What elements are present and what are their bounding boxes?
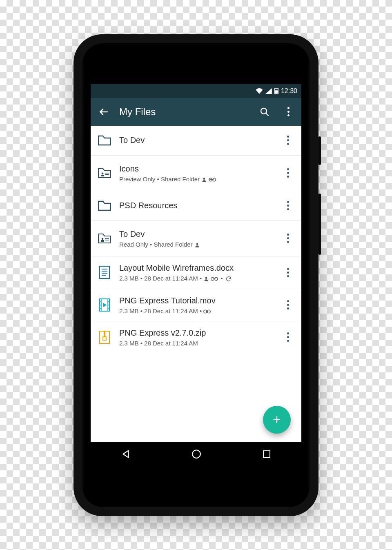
battery-icon bbox=[274, 88, 278, 94]
item-meta: 2.3 MB • 28 Dec at 11:24 AM • • bbox=[119, 275, 274, 282]
item-meta: 2.3 MB • 28 Dec at 11:24 AM • bbox=[119, 307, 274, 314]
sync-icon bbox=[225, 275, 232, 282]
item-name: PSD Resources bbox=[119, 200, 274, 211]
item-name: To Dev bbox=[119, 135, 274, 145]
app-bar: My Files bbox=[91, 98, 301, 126]
list-item[interactable]: Layout Mobile Wireframes.docx 2.3 MB • 2… bbox=[91, 256, 301, 289]
svg-rect-14 bbox=[101, 240, 104, 242]
svg-rect-40 bbox=[104, 331, 105, 337]
svg-point-5 bbox=[102, 172, 104, 174]
video-icon bbox=[98, 298, 111, 312]
folder-icon bbox=[98, 199, 111, 212]
svg-rect-41 bbox=[103, 337, 106, 340]
svg-rect-26 bbox=[213, 278, 216, 279]
link-icon bbox=[211, 275, 218, 282]
item-overflow-button[interactable] bbox=[282, 332, 294, 342]
folder-icon bbox=[98, 134, 111, 147]
list-item[interactable]: To Dev bbox=[91, 126, 301, 156]
screen: 12:30 My Files bbox=[91, 84, 301, 466]
svg-point-9 bbox=[203, 178, 205, 180]
power-button bbox=[318, 136, 321, 165]
person-icon bbox=[194, 241, 200, 248]
archive-icon bbox=[98, 331, 111, 344]
back-button[interactable] bbox=[96, 104, 112, 120]
svg-point-23 bbox=[205, 277, 207, 279]
status-bar: 12:30 bbox=[91, 84, 301, 98]
link-icon bbox=[203, 307, 211, 314]
nav-recents-button[interactable] bbox=[262, 449, 272, 459]
svg-rect-8 bbox=[105, 174, 109, 175]
nav-home-button[interactable] bbox=[191, 449, 202, 459]
item-meta: Preview Only • Shared Folder bbox=[119, 176, 274, 183]
item-meta: 2.3 MB • 28 Dec at 11:24 AM bbox=[119, 340, 274, 347]
person-icon bbox=[203, 275, 209, 282]
svg-rect-6 bbox=[101, 175, 104, 176]
item-name: PNG Express Tutorial.mov bbox=[119, 296, 274, 306]
item-overflow-button[interactable] bbox=[282, 201, 294, 210]
svg-rect-38 bbox=[206, 311, 208, 312]
search-button[interactable] bbox=[256, 104, 273, 120]
plus-icon: + bbox=[273, 412, 281, 428]
svg-rect-43 bbox=[263, 451, 270, 457]
svg-rect-18 bbox=[100, 266, 109, 278]
document-icon bbox=[98, 266, 111, 279]
item-overflow-button[interactable] bbox=[282, 268, 294, 277]
item-overflow-button[interactable] bbox=[282, 300, 294, 310]
cellular-icon bbox=[265, 88, 272, 94]
clock: 12:30 bbox=[281, 87, 297, 95]
volume-button bbox=[318, 194, 321, 255]
android-nav-bar bbox=[91, 442, 301, 466]
shared-folder-icon bbox=[98, 232, 111, 245]
list-item[interactable]: To Dev Read Only • Shared Folder bbox=[91, 221, 301, 256]
link-icon bbox=[209, 176, 216, 183]
svg-rect-7 bbox=[105, 173, 109, 174]
overflow-menu-button[interactable] bbox=[280, 104, 296, 120]
item-overflow-button[interactable] bbox=[282, 168, 294, 178]
file-list: To Dev Icons Preview Only • Shared Folde… bbox=[91, 126, 301, 442]
list-item[interactable]: PNG Express v2.7.0.zip 2.3 MB • 28 Dec a… bbox=[91, 321, 301, 353]
svg-rect-2 bbox=[275, 90, 278, 94]
item-overflow-button[interactable] bbox=[282, 136, 294, 145]
svg-point-42 bbox=[192, 450, 200, 458]
svg-rect-15 bbox=[105, 238, 109, 239]
item-name: Icons bbox=[119, 164, 274, 174]
nav-back-button[interactable] bbox=[120, 449, 131, 459]
svg-point-13 bbox=[102, 238, 104, 240]
svg-line-4 bbox=[266, 113, 268, 116]
list-item[interactable]: PNG Express Tutorial.mov 2.3 MB • 28 Dec… bbox=[91, 289, 301, 321]
wifi-icon bbox=[256, 88, 263, 94]
item-name: Layout Mobile Wireframes.docx bbox=[119, 263, 274, 273]
page-title: My Files bbox=[119, 106, 249, 118]
shared-folder-icon bbox=[98, 167, 111, 180]
item-meta: Read Only • Shared Folder bbox=[119, 241, 274, 248]
add-fab[interactable]: + bbox=[263, 406, 291, 434]
list-item[interactable]: PSD Resources bbox=[91, 191, 301, 221]
device-frame: 12:30 My Files bbox=[74, 34, 318, 516]
item-name: To Dev bbox=[119, 229, 274, 239]
item-name: PNG Express v2.7.0.zip bbox=[119, 328, 274, 338]
svg-rect-12 bbox=[211, 179, 214, 180]
item-overflow-button[interactable] bbox=[282, 234, 294, 243]
svg-rect-16 bbox=[105, 240, 109, 240]
svg-point-17 bbox=[196, 243, 198, 245]
person-icon bbox=[201, 176, 207, 183]
list-item[interactable]: Icons Preview Only • Shared Folder bbox=[91, 156, 301, 191]
svg-rect-1 bbox=[276, 88, 277, 89]
